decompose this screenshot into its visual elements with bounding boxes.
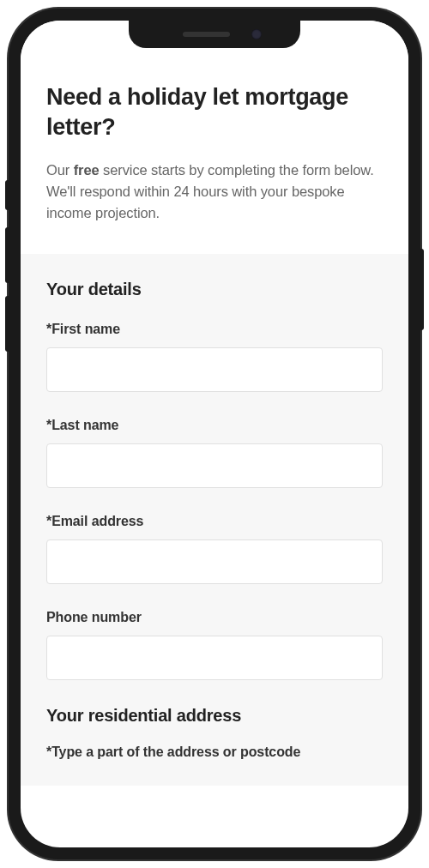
form-section: Your details *First name *Last name *Ema… xyxy=(21,254,408,786)
phone-input[interactable] xyxy=(46,636,383,680)
intro-text: Our free service starts by completing th… xyxy=(46,160,383,223)
address-section-heading: Your residential address xyxy=(46,706,383,726)
last-name-field-group: *Last name xyxy=(46,418,383,488)
intro-text-bold: free xyxy=(74,162,100,178)
first-name-field-group: *First name xyxy=(46,322,383,392)
address-field-label: *Type a part of the address or postcode xyxy=(46,744,383,760)
your-details-heading: Your details xyxy=(46,280,383,299)
phone-screen: Need a holiday let mortgage letter? Our … xyxy=(21,21,408,847)
page-title: Need a holiday let mortgage letter? xyxy=(46,82,383,142)
email-input[interactable] xyxy=(46,539,383,584)
phone-speaker xyxy=(183,32,230,37)
phone-camera xyxy=(251,29,262,39)
last-name-input[interactable] xyxy=(46,443,383,488)
email-field-group: *Email address xyxy=(46,514,383,584)
first-name-input[interactable] xyxy=(46,347,383,392)
phone-side-button xyxy=(420,249,424,330)
intro-text-before: Our xyxy=(46,162,74,178)
phone-field-group: Phone number xyxy=(46,610,383,680)
phone-device-frame: Need a holiday let mortgage letter? Our … xyxy=(9,9,420,859)
phone-notch xyxy=(129,21,300,48)
header-section: Need a holiday let mortgage letter? Our … xyxy=(21,21,408,254)
phone-label: Phone number xyxy=(46,610,383,625)
first-name-label: *First name xyxy=(46,322,383,337)
last-name-label: *Last name xyxy=(46,418,383,433)
page-content: Need a holiday let mortgage letter? Our … xyxy=(21,21,408,847)
email-label: *Email address xyxy=(46,514,383,529)
